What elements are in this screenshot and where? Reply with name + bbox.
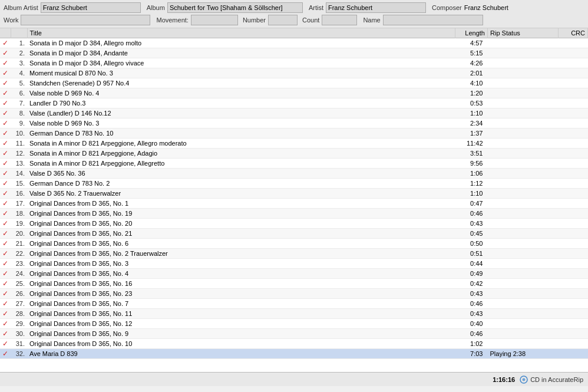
checkmark-icon: ✓: [2, 279, 8, 288]
track-crc: [559, 139, 588, 149]
table-row[interactable]: ✓23.Original Dances from D 365, No. 30:4…: [0, 259, 588, 269]
table-row[interactable]: ✓13.Sonata in A minor D 821 Arpeggione, …: [0, 159, 588, 169]
track-rip-status: [488, 279, 559, 289]
composer-label: Composer: [432, 4, 462, 11]
table-row[interactable]: ✓22.Original Dances from D 365, No. 2 Tr…: [0, 249, 588, 259]
table-row[interactable]: ✓17.Original Dances from D 365, No. 10:4…: [0, 199, 588, 209]
checkmark-icon: ✓: [2, 159, 8, 167]
checkmark-icon: ✓: [2, 319, 8, 328]
track-check[interactable]: ✓: [0, 58, 11, 68]
album-artist-input[interactable]: [41, 2, 141, 13]
table-row[interactable]: ✓20.Original Dances from D 365, No. 210:…: [0, 229, 588, 239]
count-input[interactable]: [322, 15, 357, 25]
track-title: Sonata in A minor D 821 Arpeggione, Alle…: [27, 159, 455, 169]
movement-input[interactable]: [191, 15, 238, 25]
track-check[interactable]: ✓: [0, 139, 11, 149]
table-row[interactable]: ✓27.Original Dances from D 365, No. 70:4…: [0, 299, 588, 309]
table-row[interactable]: ✓1.Sonata in D major D 384, Allegro molt…: [0, 38, 588, 48]
table-row[interactable]: ✓9.Valse noble D 969 No. 32:34: [0, 118, 588, 129]
track-check[interactable]: ✓: [0, 88, 11, 98]
track-check[interactable]: ✓: [0, 339, 11, 349]
track-length: 7:03: [455, 349, 488, 359]
checkmark-icon: ✓: [2, 79, 8, 87]
table-row[interactable]: ✓28.Original Dances from D 365, No. 110:…: [0, 309, 588, 319]
table-row[interactable]: ✓10.German Dance D 783 No. 101:37: [0, 129, 588, 139]
name-input[interactable]: [383, 15, 483, 25]
track-check[interactable]: ✓: [0, 239, 11, 249]
track-check[interactable]: ✓: [0, 78, 11, 88]
track-check[interactable]: ✓: [0, 169, 11, 179]
track-title: Original Dances from D 365, No. 21: [27, 229, 455, 239]
checkmark-icon: ✓: [2, 149, 8, 157]
work-input[interactable]: [21, 15, 150, 25]
checkmark-icon: ✓: [2, 129, 8, 137]
checkmark-icon: ✓: [2, 340, 8, 348]
cd-status: CD in AccurateRip: [520, 375, 583, 384]
table-row[interactable]: ✓6.Valse noble D 969 No. 41:20: [0, 88, 588, 98]
track-check[interactable]: ✓: [0, 189, 11, 199]
table-row[interactable]: ✓3.Sonata in D major D 384, Allegro viva…: [0, 58, 588, 68]
checkmark-icon: ✓: [2, 249, 8, 258]
track-check[interactable]: ✓: [0, 159, 11, 169]
count-label: Count: [302, 17, 319, 24]
track-check[interactable]: ✓: [0, 329, 11, 339]
table-row[interactable]: ✓31.Original Dances from D 365, No. 101:…: [0, 339, 588, 349]
track-check[interactable]: ✓: [0, 209, 11, 219]
track-check[interactable]: ✓: [0, 349, 11, 359]
table-row[interactable]: ✓7.Landler D 790 No.30:53: [0, 98, 588, 108]
track-check[interactable]: ✓: [0, 269, 11, 279]
composer-value: Franz Schubert: [464, 4, 508, 11]
track-check[interactable]: ✓: [0, 309, 11, 319]
checkmark-icon: ✓: [2, 209, 8, 218]
track-check[interactable]: ✓: [0, 249, 11, 259]
track-check[interactable]: ✓: [0, 229, 11, 239]
track-length: 0:45: [455, 229, 488, 239]
track-check[interactable]: ✓: [0, 199, 11, 209]
track-check[interactable]: ✓: [0, 289, 11, 299]
table-row[interactable]: ✓16.Valse D 365 No. 2 Trauerwalzer1:10: [0, 189, 588, 199]
track-crc: [559, 58, 588, 68]
table-row[interactable]: ✓30.Original Dances from D 365, No. 90:4…: [0, 329, 588, 339]
table-row[interactable]: ✓25.Original Dances from D 365, No. 160:…: [0, 279, 588, 289]
track-check[interactable]: ✓: [0, 68, 11, 78]
track-check[interactable]: ✓: [0, 279, 11, 289]
track-number: 22.: [11, 249, 27, 259]
table-row[interactable]: ✓24.Original Dances from D 365, No. 40:4…: [0, 269, 588, 279]
table-row[interactable]: ✓8.Valse (Landler) D 146 No.121:10: [0, 108, 588, 118]
track-check[interactable]: ✓: [0, 259, 11, 269]
table-row[interactable]: ✓29.Original Dances from D 365, No. 120:…: [0, 319, 588, 329]
table-row[interactable]: ✓32.Ave Maria D 8397:03Playing 2:38: [0, 349, 588, 359]
track-check[interactable]: ✓: [0, 129, 11, 139]
artist-input[interactable]: [326, 2, 426, 13]
track-check[interactable]: ✓: [0, 48, 11, 58]
table-row[interactable]: ✓11.Sonata in A minor D 821 Arpeggione, …: [0, 139, 588, 149]
track-check[interactable]: ✓: [0, 149, 11, 159]
track-check[interactable]: ✓: [0, 38, 11, 48]
track-check[interactable]: ✓: [0, 108, 11, 118]
track-check[interactable]: ✓: [0, 118, 11, 129]
table-row[interactable]: ✓14.Valse D 365 No. 361:06: [0, 169, 588, 179]
track-number: 12.: [11, 149, 27, 159]
table-row[interactable]: ✓4.Moment musical D 870 No. 32:01: [0, 68, 588, 78]
number-input[interactable]: [268, 15, 298, 25]
album-input[interactable]: [167, 2, 303, 13]
track-crc: [559, 189, 588, 199]
track-check[interactable]: ✓: [0, 219, 11, 229]
track-check[interactable]: ✓: [0, 319, 11, 329]
track-crc: [559, 329, 588, 339]
checkmark-icon: ✓: [2, 229, 8, 238]
table-row[interactable]: ✓26.Original Dances from D 365, No. 230:…: [0, 289, 588, 299]
track-crc: [559, 88, 588, 98]
table-row[interactable]: ✓5.Standchen (Serenade) D 957 No.44:10: [0, 78, 588, 88]
track-check[interactable]: ✓: [0, 179, 11, 189]
checkmark-icon: ✓: [2, 179, 8, 187]
track-check[interactable]: ✓: [0, 98, 11, 108]
header-panel: Album Artist Album Artist Composer Franz…: [0, 0, 588, 28]
table-row[interactable]: ✓19.Original Dances from D 365, No. 200:…: [0, 219, 588, 229]
table-row[interactable]: ✓2.Sonata in D major D 384, Andante5:15: [0, 48, 588, 58]
table-row[interactable]: ✓18.Original Dances from D 365, No. 190:…: [0, 209, 588, 219]
table-row[interactable]: ✓12.Sonata in A minor D 821 Arpeggione, …: [0, 149, 588, 159]
track-check[interactable]: ✓: [0, 299, 11, 309]
table-row[interactable]: ✓21.Original Dances from D 365, No. 60:5…: [0, 239, 588, 249]
table-row[interactable]: ✓15.German Dance D 783 No. 21:12: [0, 179, 588, 189]
